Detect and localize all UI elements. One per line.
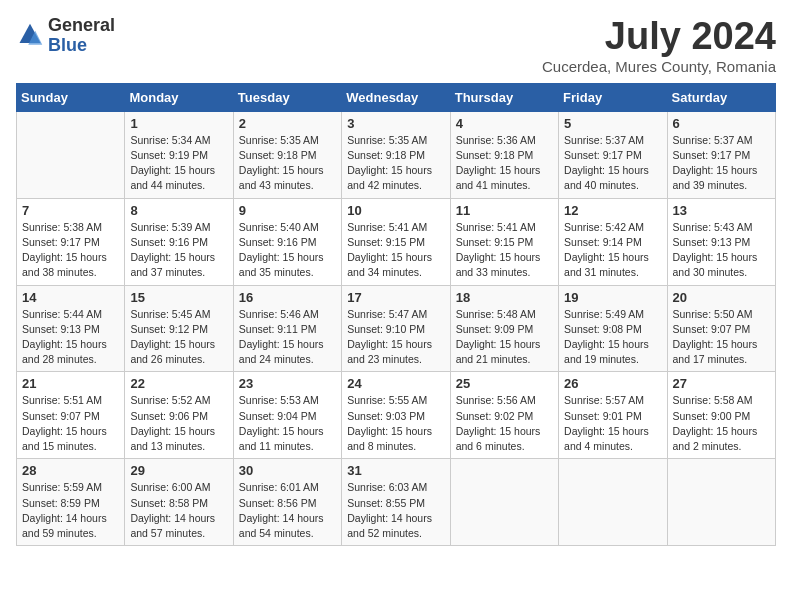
day-number: 28: [22, 463, 119, 478]
day-info: Sunrise: 5:53 AMSunset: 9:04 PMDaylight:…: [239, 393, 336, 454]
day-info: Sunrise: 5:40 AMSunset: 9:16 PMDaylight:…: [239, 220, 336, 281]
calendar-header-row: SundayMondayTuesdayWednesdayThursdayFrid…: [17, 83, 776, 111]
calendar-cell: 7Sunrise: 5:38 AMSunset: 9:17 PMDaylight…: [17, 198, 125, 285]
column-header-sunday: Sunday: [17, 83, 125, 111]
calendar-cell: 13Sunrise: 5:43 AMSunset: 9:13 PMDayligh…: [667, 198, 775, 285]
calendar-cell: 18Sunrise: 5:48 AMSunset: 9:09 PMDayligh…: [450, 285, 558, 372]
day-number: 7: [22, 203, 119, 218]
day-info: Sunrise: 5:57 AMSunset: 9:01 PMDaylight:…: [564, 393, 661, 454]
title-block: July 2024 Cucerdea, Mures County, Romani…: [542, 16, 776, 75]
calendar-cell: 5Sunrise: 5:37 AMSunset: 9:17 PMDaylight…: [559, 111, 667, 198]
column-header-thursday: Thursday: [450, 83, 558, 111]
day-number: 18: [456, 290, 553, 305]
calendar-cell: 23Sunrise: 5:53 AMSunset: 9:04 PMDayligh…: [233, 372, 341, 459]
day-number: 24: [347, 376, 444, 391]
calendar-cell: [559, 459, 667, 546]
day-info: Sunrise: 5:45 AMSunset: 9:12 PMDaylight:…: [130, 307, 227, 368]
day-number: 27: [673, 376, 770, 391]
calendar-cell: [17, 111, 125, 198]
calendar-week-row: 28Sunrise: 5:59 AMSunset: 8:59 PMDayligh…: [17, 459, 776, 546]
calendar-week-row: 14Sunrise: 5:44 AMSunset: 9:13 PMDayligh…: [17, 285, 776, 372]
day-info: Sunrise: 5:51 AMSunset: 9:07 PMDaylight:…: [22, 393, 119, 454]
calendar-cell: 28Sunrise: 5:59 AMSunset: 8:59 PMDayligh…: [17, 459, 125, 546]
day-number: 4: [456, 116, 553, 131]
calendar-cell: 10Sunrise: 5:41 AMSunset: 9:15 PMDayligh…: [342, 198, 450, 285]
day-info: Sunrise: 5:38 AMSunset: 9:17 PMDaylight:…: [22, 220, 119, 281]
calendar-table: SundayMondayTuesdayWednesdayThursdayFrid…: [16, 83, 776, 546]
day-number: 6: [673, 116, 770, 131]
day-info: Sunrise: 6:03 AMSunset: 8:55 PMDaylight:…: [347, 480, 444, 541]
calendar-cell: 17Sunrise: 5:47 AMSunset: 9:10 PMDayligh…: [342, 285, 450, 372]
calendar-cell: 27Sunrise: 5:58 AMSunset: 9:00 PMDayligh…: [667, 372, 775, 459]
day-number: 22: [130, 376, 227, 391]
logo-blue: Blue: [48, 35, 87, 55]
day-number: 25: [456, 376, 553, 391]
calendar-cell: 21Sunrise: 5:51 AMSunset: 9:07 PMDayligh…: [17, 372, 125, 459]
day-number: 29: [130, 463, 227, 478]
day-number: 14: [22, 290, 119, 305]
day-info: Sunrise: 5:59 AMSunset: 8:59 PMDaylight:…: [22, 480, 119, 541]
day-info: Sunrise: 5:55 AMSunset: 9:03 PMDaylight:…: [347, 393, 444, 454]
day-number: 3: [347, 116, 444, 131]
calendar-cell: [450, 459, 558, 546]
day-info: Sunrise: 5:58 AMSunset: 9:00 PMDaylight:…: [673, 393, 770, 454]
logo-text: General Blue: [48, 16, 115, 56]
day-number: 31: [347, 463, 444, 478]
calendar-cell: 11Sunrise: 5:41 AMSunset: 9:15 PMDayligh…: [450, 198, 558, 285]
day-number: 19: [564, 290, 661, 305]
day-info: Sunrise: 5:43 AMSunset: 9:13 PMDaylight:…: [673, 220, 770, 281]
day-number: 23: [239, 376, 336, 391]
column-header-monday: Monday: [125, 83, 233, 111]
day-info: Sunrise: 6:01 AMSunset: 8:56 PMDaylight:…: [239, 480, 336, 541]
page-header: General Blue July 2024 Cucerdea, Mures C…: [16, 16, 776, 75]
calendar-week-row: 1Sunrise: 5:34 AMSunset: 9:19 PMDaylight…: [17, 111, 776, 198]
calendar-cell: 3Sunrise: 5:35 AMSunset: 9:18 PMDaylight…: [342, 111, 450, 198]
day-number: 20: [673, 290, 770, 305]
day-info: Sunrise: 5:34 AMSunset: 9:19 PMDaylight:…: [130, 133, 227, 194]
day-number: 30: [239, 463, 336, 478]
calendar-cell: 20Sunrise: 5:50 AMSunset: 9:07 PMDayligh…: [667, 285, 775, 372]
day-info: Sunrise: 5:41 AMSunset: 9:15 PMDaylight:…: [456, 220, 553, 281]
calendar-cell: 24Sunrise: 5:55 AMSunset: 9:03 PMDayligh…: [342, 372, 450, 459]
day-number: 10: [347, 203, 444, 218]
day-info: Sunrise: 5:37 AMSunset: 9:17 PMDaylight:…: [564, 133, 661, 194]
day-info: Sunrise: 5:48 AMSunset: 9:09 PMDaylight:…: [456, 307, 553, 368]
day-number: 2: [239, 116, 336, 131]
day-info: Sunrise: 5:49 AMSunset: 9:08 PMDaylight:…: [564, 307, 661, 368]
calendar-cell: 15Sunrise: 5:45 AMSunset: 9:12 PMDayligh…: [125, 285, 233, 372]
day-info: Sunrise: 5:41 AMSunset: 9:15 PMDaylight:…: [347, 220, 444, 281]
day-number: 5: [564, 116, 661, 131]
day-info: Sunrise: 5:56 AMSunset: 9:02 PMDaylight:…: [456, 393, 553, 454]
day-info: Sunrise: 5:44 AMSunset: 9:13 PMDaylight:…: [22, 307, 119, 368]
day-number: 13: [673, 203, 770, 218]
day-info: Sunrise: 5:52 AMSunset: 9:06 PMDaylight:…: [130, 393, 227, 454]
column-header-friday: Friday: [559, 83, 667, 111]
day-info: Sunrise: 5:46 AMSunset: 9:11 PMDaylight:…: [239, 307, 336, 368]
day-info: Sunrise: 5:47 AMSunset: 9:10 PMDaylight:…: [347, 307, 444, 368]
day-number: 12: [564, 203, 661, 218]
logo-icon: [16, 22, 44, 50]
day-info: Sunrise: 5:39 AMSunset: 9:16 PMDaylight:…: [130, 220, 227, 281]
calendar-week-row: 21Sunrise: 5:51 AMSunset: 9:07 PMDayligh…: [17, 372, 776, 459]
calendar-cell: 19Sunrise: 5:49 AMSunset: 9:08 PMDayligh…: [559, 285, 667, 372]
calendar-cell: 2Sunrise: 5:35 AMSunset: 9:18 PMDaylight…: [233, 111, 341, 198]
logo: General Blue: [16, 16, 115, 56]
calendar-cell: 4Sunrise: 5:36 AMSunset: 9:18 PMDaylight…: [450, 111, 558, 198]
calendar-cell: 30Sunrise: 6:01 AMSunset: 8:56 PMDayligh…: [233, 459, 341, 546]
day-info: Sunrise: 5:35 AMSunset: 9:18 PMDaylight:…: [239, 133, 336, 194]
location-subtitle: Cucerdea, Mures County, Romania: [542, 58, 776, 75]
column-header-wednesday: Wednesday: [342, 83, 450, 111]
day-number: 26: [564, 376, 661, 391]
day-info: Sunrise: 5:50 AMSunset: 9:07 PMDaylight:…: [673, 307, 770, 368]
day-number: 9: [239, 203, 336, 218]
calendar-cell: 25Sunrise: 5:56 AMSunset: 9:02 PMDayligh…: [450, 372, 558, 459]
calendar-cell: 14Sunrise: 5:44 AMSunset: 9:13 PMDayligh…: [17, 285, 125, 372]
calendar-cell: 22Sunrise: 5:52 AMSunset: 9:06 PMDayligh…: [125, 372, 233, 459]
calendar-cell: 9Sunrise: 5:40 AMSunset: 9:16 PMDaylight…: [233, 198, 341, 285]
column-header-saturday: Saturday: [667, 83, 775, 111]
calendar-week-row: 7Sunrise: 5:38 AMSunset: 9:17 PMDaylight…: [17, 198, 776, 285]
calendar-cell: 8Sunrise: 5:39 AMSunset: 9:16 PMDaylight…: [125, 198, 233, 285]
calendar-cell: 1Sunrise: 5:34 AMSunset: 9:19 PMDaylight…: [125, 111, 233, 198]
calendar-cell: 29Sunrise: 6:00 AMSunset: 8:58 PMDayligh…: [125, 459, 233, 546]
calendar-cell: 16Sunrise: 5:46 AMSunset: 9:11 PMDayligh…: [233, 285, 341, 372]
